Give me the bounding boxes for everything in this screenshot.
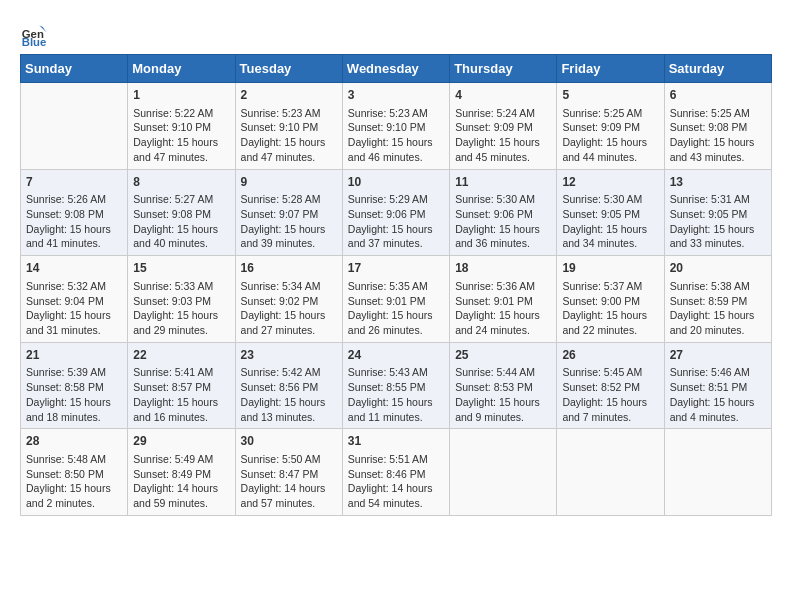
day-number: 11	[455, 174, 551, 191]
calendar-cell: 24Sunrise: 5:43 AM Sunset: 8:55 PM Dayli…	[342, 342, 449, 429]
calendar-cell: 21Sunrise: 5:39 AM Sunset: 8:58 PM Dayli…	[21, 342, 128, 429]
page-header: Gen Blue	[20, 20, 772, 48]
calendar-cell: 17Sunrise: 5:35 AM Sunset: 9:01 PM Dayli…	[342, 256, 449, 343]
day-detail: Sunrise: 5:42 AM Sunset: 8:56 PM Dayligh…	[241, 365, 337, 424]
calendar-cell: 23Sunrise: 5:42 AM Sunset: 8:56 PM Dayli…	[235, 342, 342, 429]
day-number: 3	[348, 87, 444, 104]
calendar-cell: 22Sunrise: 5:41 AM Sunset: 8:57 PM Dayli…	[128, 342, 235, 429]
day-number: 29	[133, 433, 229, 450]
calendar-cell: 2Sunrise: 5:23 AM Sunset: 9:10 PM Daylig…	[235, 83, 342, 170]
calendar-cell: 28Sunrise: 5:48 AM Sunset: 8:50 PM Dayli…	[21, 429, 128, 516]
day-detail: Sunrise: 5:30 AM Sunset: 9:06 PM Dayligh…	[455, 192, 551, 251]
day-number: 14	[26, 260, 122, 277]
calendar-cell: 14Sunrise: 5:32 AM Sunset: 9:04 PM Dayli…	[21, 256, 128, 343]
day-number: 18	[455, 260, 551, 277]
day-number: 1	[133, 87, 229, 104]
calendar-cell: 8Sunrise: 5:27 AM Sunset: 9:08 PM Daylig…	[128, 169, 235, 256]
calendar-cell	[21, 83, 128, 170]
day-number: 27	[670, 347, 766, 364]
day-number: 2	[241, 87, 337, 104]
day-detail: Sunrise: 5:31 AM Sunset: 9:05 PM Dayligh…	[670, 192, 766, 251]
day-number: 9	[241, 174, 337, 191]
calendar-cell: 18Sunrise: 5:36 AM Sunset: 9:01 PM Dayli…	[450, 256, 557, 343]
calendar-cell: 19Sunrise: 5:37 AM Sunset: 9:00 PM Dayli…	[557, 256, 664, 343]
header-wednesday: Wednesday	[342, 55, 449, 83]
day-number: 20	[670, 260, 766, 277]
day-number: 12	[562, 174, 658, 191]
day-detail: Sunrise: 5:51 AM Sunset: 8:46 PM Dayligh…	[348, 452, 444, 511]
day-detail: Sunrise: 5:39 AM Sunset: 8:58 PM Dayligh…	[26, 365, 122, 424]
header-sunday: Sunday	[21, 55, 128, 83]
day-detail: Sunrise: 5:25 AM Sunset: 9:08 PM Dayligh…	[670, 106, 766, 165]
calendar-cell	[557, 429, 664, 516]
calendar-cell: 1Sunrise: 5:22 AM Sunset: 9:10 PM Daylig…	[128, 83, 235, 170]
day-detail: Sunrise: 5:33 AM Sunset: 9:03 PM Dayligh…	[133, 279, 229, 338]
day-detail: Sunrise: 5:36 AM Sunset: 9:01 PM Dayligh…	[455, 279, 551, 338]
day-detail: Sunrise: 5:23 AM Sunset: 9:10 PM Dayligh…	[241, 106, 337, 165]
day-detail: Sunrise: 5:43 AM Sunset: 8:55 PM Dayligh…	[348, 365, 444, 424]
calendar-body: 1Sunrise: 5:22 AM Sunset: 9:10 PM Daylig…	[21, 83, 772, 516]
logo: Gen Blue	[20, 20, 52, 48]
calendar-cell: 15Sunrise: 5:33 AM Sunset: 9:03 PM Dayli…	[128, 256, 235, 343]
day-number: 5	[562, 87, 658, 104]
header-monday: Monday	[128, 55, 235, 83]
header-tuesday: Tuesday	[235, 55, 342, 83]
calendar-header-row: SundayMondayTuesdayWednesdayThursdayFrid…	[21, 55, 772, 83]
calendar-week-row: 21Sunrise: 5:39 AM Sunset: 8:58 PM Dayli…	[21, 342, 772, 429]
day-detail: Sunrise: 5:50 AM Sunset: 8:47 PM Dayligh…	[241, 452, 337, 511]
day-number: 13	[670, 174, 766, 191]
header-saturday: Saturday	[664, 55, 771, 83]
logo-icon: Gen Blue	[20, 20, 48, 48]
day-number: 21	[26, 347, 122, 364]
calendar-week-row: 1Sunrise: 5:22 AM Sunset: 9:10 PM Daylig…	[21, 83, 772, 170]
calendar-cell: 11Sunrise: 5:30 AM Sunset: 9:06 PM Dayli…	[450, 169, 557, 256]
day-detail: Sunrise: 5:26 AM Sunset: 9:08 PM Dayligh…	[26, 192, 122, 251]
day-detail: Sunrise: 5:24 AM Sunset: 9:09 PM Dayligh…	[455, 106, 551, 165]
day-detail: Sunrise: 5:49 AM Sunset: 8:49 PM Dayligh…	[133, 452, 229, 511]
calendar-cell: 6Sunrise: 5:25 AM Sunset: 9:08 PM Daylig…	[664, 83, 771, 170]
calendar-cell: 26Sunrise: 5:45 AM Sunset: 8:52 PM Dayli…	[557, 342, 664, 429]
calendar-cell: 13Sunrise: 5:31 AM Sunset: 9:05 PM Dayli…	[664, 169, 771, 256]
calendar-cell	[450, 429, 557, 516]
day-number: 8	[133, 174, 229, 191]
calendar-cell: 27Sunrise: 5:46 AM Sunset: 8:51 PM Dayli…	[664, 342, 771, 429]
calendar-week-row: 14Sunrise: 5:32 AM Sunset: 9:04 PM Dayli…	[21, 256, 772, 343]
day-number: 16	[241, 260, 337, 277]
day-number: 25	[455, 347, 551, 364]
day-detail: Sunrise: 5:44 AM Sunset: 8:53 PM Dayligh…	[455, 365, 551, 424]
day-number: 17	[348, 260, 444, 277]
day-detail: Sunrise: 5:37 AM Sunset: 9:00 PM Dayligh…	[562, 279, 658, 338]
day-detail: Sunrise: 5:45 AM Sunset: 8:52 PM Dayligh…	[562, 365, 658, 424]
day-detail: Sunrise: 5:25 AM Sunset: 9:09 PM Dayligh…	[562, 106, 658, 165]
calendar-cell: 25Sunrise: 5:44 AM Sunset: 8:53 PM Dayli…	[450, 342, 557, 429]
day-number: 30	[241, 433, 337, 450]
day-number: 28	[26, 433, 122, 450]
header-thursday: Thursday	[450, 55, 557, 83]
day-number: 31	[348, 433, 444, 450]
day-number: 15	[133, 260, 229, 277]
day-number: 26	[562, 347, 658, 364]
header-friday: Friday	[557, 55, 664, 83]
day-detail: Sunrise: 5:46 AM Sunset: 8:51 PM Dayligh…	[670, 365, 766, 424]
day-number: 19	[562, 260, 658, 277]
calendar-week-row: 7Sunrise: 5:26 AM Sunset: 9:08 PM Daylig…	[21, 169, 772, 256]
day-number: 10	[348, 174, 444, 191]
calendar-cell: 3Sunrise: 5:23 AM Sunset: 9:10 PM Daylig…	[342, 83, 449, 170]
calendar-cell: 20Sunrise: 5:38 AM Sunset: 8:59 PM Dayli…	[664, 256, 771, 343]
day-detail: Sunrise: 5:34 AM Sunset: 9:02 PM Dayligh…	[241, 279, 337, 338]
calendar-cell: 10Sunrise: 5:29 AM Sunset: 9:06 PM Dayli…	[342, 169, 449, 256]
day-detail: Sunrise: 5:22 AM Sunset: 9:10 PM Dayligh…	[133, 106, 229, 165]
calendar-cell: 16Sunrise: 5:34 AM Sunset: 9:02 PM Dayli…	[235, 256, 342, 343]
day-detail: Sunrise: 5:41 AM Sunset: 8:57 PM Dayligh…	[133, 365, 229, 424]
calendar-cell	[664, 429, 771, 516]
day-detail: Sunrise: 5:48 AM Sunset: 8:50 PM Dayligh…	[26, 452, 122, 511]
calendar-cell: 5Sunrise: 5:25 AM Sunset: 9:09 PM Daylig…	[557, 83, 664, 170]
calendar-cell: 4Sunrise: 5:24 AM Sunset: 9:09 PM Daylig…	[450, 83, 557, 170]
day-detail: Sunrise: 5:30 AM Sunset: 9:05 PM Dayligh…	[562, 192, 658, 251]
day-detail: Sunrise: 5:28 AM Sunset: 9:07 PM Dayligh…	[241, 192, 337, 251]
day-detail: Sunrise: 5:32 AM Sunset: 9:04 PM Dayligh…	[26, 279, 122, 338]
calendar-cell: 7Sunrise: 5:26 AM Sunset: 9:08 PM Daylig…	[21, 169, 128, 256]
day-number: 24	[348, 347, 444, 364]
calendar-cell: 29Sunrise: 5:49 AM Sunset: 8:49 PM Dayli…	[128, 429, 235, 516]
calendar-cell: 12Sunrise: 5:30 AM Sunset: 9:05 PM Dayli…	[557, 169, 664, 256]
